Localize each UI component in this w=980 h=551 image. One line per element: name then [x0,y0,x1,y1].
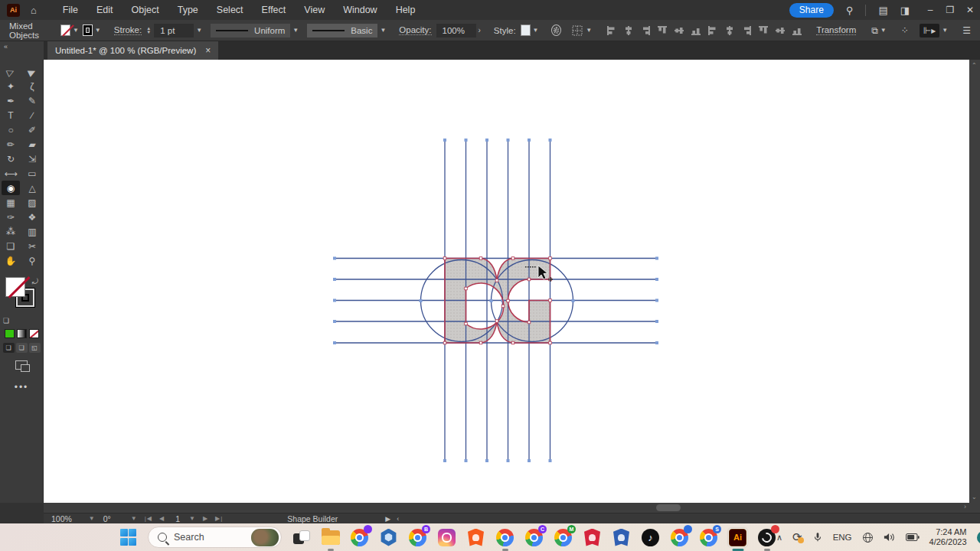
blend-tool[interactable]: ❖ [23,210,41,224]
opacity-field[interactable]: 100% [436,24,476,37]
anchor-point[interactable] [655,341,658,344]
anchor-point[interactable] [485,459,488,462]
artboard-tool[interactable]: ❏ [2,239,20,253]
minimize-button[interactable]: – [920,5,940,15]
anchor-point[interactable] [549,139,552,142]
artboard-number[interactable]: 1 [175,514,180,523]
hand-tool[interactable]: ✋ [2,253,20,268]
horizontal-scrollbar[interactable]: › [44,503,980,513]
taskbar-app-obs-studio[interactable] [757,528,776,547]
taskbar-app-instagram[interactable] [437,528,456,547]
tools-panel-collapse[interactable]: « [0,41,44,60]
stroke-label[interactable]: Stroke: [114,25,142,35]
taskbar-app-chrome-canary[interactable] [495,528,514,547]
taskbar-app-hexagon-app[interactable] [379,528,398,547]
taskbar-app-chrome-c-beta[interactable]: C [524,528,544,547]
search-icon[interactable]: ⚲ [846,5,854,16]
anchor-point[interactable] [528,139,531,142]
arrange-documents-icon[interactable]: ▤ [878,5,887,16]
taskbar-app-chrome-beta[interactable]: B [408,528,427,547]
chevron-down-icon[interactable]: ▼ [196,27,202,34]
chevron-down-icon[interactable]: ▼ [95,27,101,34]
notification-badge[interactable]: 1 [977,531,980,544]
selection-tool[interactable]: ▷ [2,64,20,79]
taskbar-app-edge-browser[interactable] [350,528,369,547]
path-anchor-point[interactable] [549,299,552,302]
chevron-down-icon[interactable]: ▼ [189,515,196,522]
eraser-tool[interactable]: ▰ [23,137,41,152]
sync-status-icon[interactable]: ⟳ [792,530,802,544]
network-globe-icon[interactable] [862,532,874,543]
fill-swatch[interactable] [60,24,70,36]
taskbar-app-chrome-profile-1[interactable] [670,528,689,547]
direct-selection-tool[interactable]: ▶ [23,64,41,79]
anchor-point[interactable] [655,257,658,260]
draw-normal-button[interactable]: ❏ [3,343,15,353]
menu-object[interactable]: Object [122,5,168,15]
status-expand-icon[interactable]: ▶ [385,515,390,523]
anchor-point[interactable] [333,299,336,302]
distribute-vcenter-icon[interactable] [724,25,735,36]
column-graph-tool[interactable]: ▥ [23,224,41,239]
taskbar-app-brave-beta[interactable] [612,528,631,547]
distribute-right-icon[interactable] [792,25,802,36]
rotation-value[interactable]: 0° [103,514,111,523]
pencil-tool[interactable]: ✏ [2,137,20,152]
transform-panel-icon[interactable]: ⧉ [871,25,878,36]
share-button[interactable]: Share [789,3,834,18]
zoom-level[interactable]: 100% [51,514,72,523]
home-icon[interactable]: ⌂ [31,5,37,16]
anchor-point[interactable] [655,278,658,281]
status-collapse-icon[interactable]: ‹ [397,515,399,523]
path-anchor-point[interactable] [479,341,482,344]
swap-fill-stroke-icon[interactable]: ⤾ [32,277,38,286]
menu-type[interactable]: Type [168,5,207,15]
taskbar-search[interactable]: Search [148,527,282,548]
chevron-down-icon[interactable]: ▼ [533,27,539,34]
anchor-point[interactable] [465,459,468,462]
eyedropper-tool[interactable]: ✑ [2,210,20,224]
last-artboard-icon[interactable]: ▶| [215,515,223,522]
slice-tool[interactable]: ✂ [23,239,41,253]
document-tab[interactable]: Untitled-1* @ 100 % (RGB/Preview) × [47,41,218,60]
chevron-down-icon[interactable]: ▼ [380,27,386,34]
close-button[interactable]: ✕ [960,5,980,15]
chevron-down-icon[interactable]: ▼ [292,27,299,34]
mesh-tool[interactable]: ▦ [2,195,20,210]
menu-effect[interactable]: Effect [253,5,296,15]
align-hcenter-icon[interactable] [623,25,634,36]
path-anchor-point[interactable] [501,305,505,308]
menu-window[interactable]: Window [334,5,386,15]
perspective-grid-tool[interactable]: △ [23,181,41,195]
anchor-point[interactable] [655,320,658,323]
scrollbar-thumb[interactable] [656,504,681,511]
path-anchor-point[interactable] [549,341,552,344]
distribute-hcenter-icon[interactable] [775,25,786,36]
anchor-point[interactable] [528,459,531,462]
path-anchor-point[interactable] [507,299,510,302]
menu-edit[interactable]: Edit [87,5,122,15]
restore-button[interactable]: ❐ [940,5,960,15]
style-swatch[interactable] [521,24,531,36]
panel-toggle-icon[interactable]: ⊩▸ [920,24,939,37]
transform-label[interactable]: Transform [816,25,856,35]
taskbar-app-brave-nightly[interactable] [466,528,485,547]
curvature-tool[interactable]: ✎ [23,93,41,108]
draw-behind-button[interactable]: ❏ [16,343,28,353]
chevron-down-icon[interactable]: ▼ [880,27,887,34]
brush-dropdown[interactable]: Basic [307,24,377,37]
distribute-left-icon[interactable] [758,25,769,36]
chevron-right-icon[interactable]: › [479,26,481,34]
path-anchor-point[interactable] [495,320,498,323]
align-vcenter-icon[interactable] [674,25,684,36]
artboard-canvas[interactable] [44,60,969,503]
opacity-label[interactable]: Opacity: [399,25,431,35]
stroke-stepper[interactable]: ▲▼ [146,27,151,34]
taskbar-app-chrome-profile-2[interactable]: S [699,528,718,547]
path-anchor-point[interactable] [495,279,498,282]
anchor-point[interactable] [443,139,446,142]
change-screen-mode-button[interactable] [15,360,28,370]
fill-color-swatch[interactable] [5,277,25,297]
snap-grid-icon[interactable]: ▼ [572,25,596,36]
document-setup-icon[interactable] [551,24,561,36]
